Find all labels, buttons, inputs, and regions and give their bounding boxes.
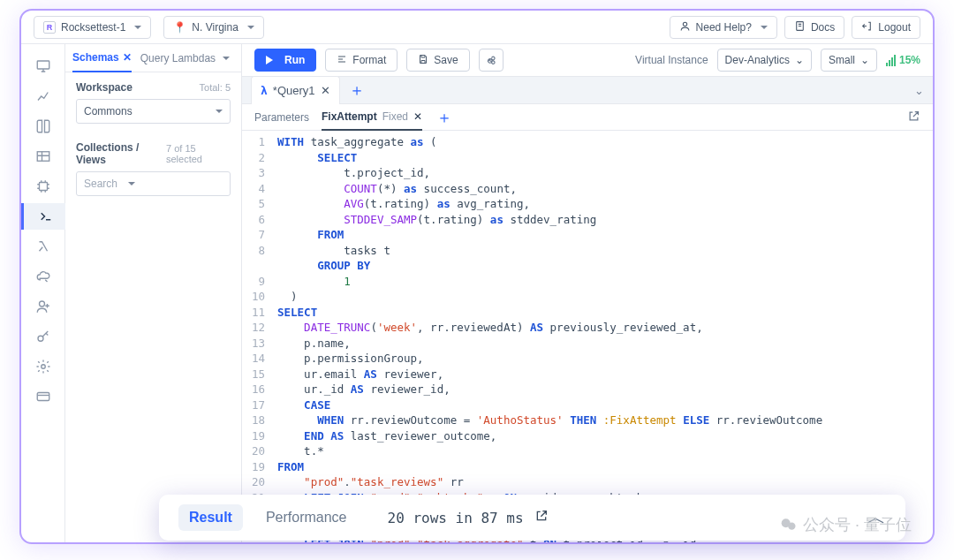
- svg-rect-2: [37, 61, 49, 69]
- vi-value: Dev-Analytics: [725, 54, 790, 66]
- close-icon[interactable]: ✕: [321, 84, 330, 97]
- close-icon[interactable]: ✕: [413, 110, 422, 123]
- org-selector[interactable]: R Rocksettest-1: [34, 16, 151, 39]
- docs-button[interactable]: Docs: [784, 16, 844, 39]
- external-link-icon[interactable]: [534, 509, 549, 526]
- signal-icon: [886, 55, 896, 66]
- svg-point-5: [39, 301, 44, 306]
- sidebar-tab-lambdas[interactable]: Query Lambdas: [140, 44, 230, 72]
- usage-value: 15%: [899, 54, 920, 66]
- line-gutter: 12345678 9101112131415161718192019202122…: [242, 131, 272, 542]
- rail-monitor-icon[interactable]: [30, 53, 57, 79]
- save-label: Save: [434, 54, 458, 66]
- svg-point-7: [41, 365, 45, 369]
- svg-point-6: [38, 336, 43, 341]
- format-button[interactable]: Format: [325, 49, 398, 72]
- rail-key-icon[interactable]: [30, 323, 57, 350]
- usage-indicator: 15%: [886, 54, 920, 66]
- collections-search[interactable]: Search: [76, 171, 231, 196]
- help-icon: [679, 20, 691, 34]
- chevron-down-icon: ⌄: [795, 54, 804, 66]
- lambda-icon: λ: [261, 84, 268, 97]
- vi-label: Virtual Instance: [635, 54, 708, 66]
- svg-rect-3: [37, 152, 49, 162]
- rail-cloud-icon[interactable]: [30, 263, 57, 290]
- save-icon: [418, 54, 428, 67]
- params-tab-parameters[interactable]: Parameters: [254, 104, 309, 131]
- size-value: Small: [829, 54, 855, 66]
- rail-book-icon[interactable]: [30, 113, 57, 140]
- docs-label: Docs: [811, 21, 835, 34]
- svg-rect-4: [39, 183, 47, 191]
- rail-terminal-icon[interactable]: [21, 203, 65, 230]
- help-button[interactable]: Need Help?: [670, 16, 777, 39]
- chevron-down-icon: ⌄: [860, 54, 869, 66]
- format-icon: [337, 54, 347, 67]
- external-link-icon[interactable]: [907, 110, 920, 125]
- size-select[interactable]: Small ⌄: [821, 49, 877, 72]
- save-button[interactable]: Save: [406, 49, 469, 72]
- nav-rail: [21, 44, 65, 542]
- share-button[interactable]: [479, 49, 504, 72]
- region-name: N. Virgina: [192, 21, 238, 34]
- sidebar-tab-schemas[interactable]: Schemas ✕: [72, 44, 132, 72]
- workspace-label: Workspace: [76, 81, 132, 94]
- rail-user-add-icon[interactable]: [30, 293, 57, 320]
- run-label: Run: [284, 54, 305, 66]
- app-frame: R Rocksettest-1 📍 N. Virgina Need Help? …: [19, 9, 935, 544]
- expand-up-icon[interactable]: ︿: [867, 504, 886, 531]
- query-tab-label: *Query1: [273, 84, 315, 97]
- schemas-tab-label: Schemas: [72, 51, 119, 64]
- region-pin-icon: 📍: [173, 21, 186, 34]
- workspace-value: Commons: [84, 105, 132, 117]
- add-query-tab[interactable]: ＋: [347, 80, 367, 100]
- collapse-tabs-icon[interactable]: ⌄: [914, 84, 924, 97]
- result-tab[interactable]: Result: [178, 504, 243, 531]
- region-selector[interactable]: 📍 N. Virgina: [163, 16, 263, 39]
- svg-rect-8: [37, 393, 49, 401]
- rail-chart-icon[interactable]: [30, 83, 57, 110]
- logout-label: Logout: [878, 21, 911, 34]
- collections-label: Collections / Views: [76, 141, 166, 166]
- svg-point-0: [683, 22, 686, 26]
- org-name: Rocksettest-1: [61, 21, 125, 34]
- format-label: Format: [352, 54, 386, 66]
- collections-count: 7 of 15 selected: [166, 143, 231, 164]
- editor-pane: Run Format Save Virtual Instance Dev-Ana…: [242, 44, 933, 542]
- workspace-count: Total: 5: [200, 82, 231, 93]
- topbar: R Rocksettest-1 📍 N. Virgina Need Help? …: [21, 11, 933, 44]
- close-icon[interactable]: ✕: [123, 51, 132, 64]
- rail-settings-icon[interactable]: [30, 353, 57, 380]
- result-info: 20 rows in 87 ms: [388, 510, 524, 526]
- rail-table-icon[interactable]: [30, 143, 57, 170]
- help-label: Need Help?: [696, 21, 752, 34]
- lambdas-tab-label: Query Lambdas: [140, 52, 216, 64]
- sql-editor[interactable]: WITH task_aggregate as ( SELECT t.projec…: [272, 131, 933, 542]
- performance-tab[interactable]: Performance: [266, 510, 347, 526]
- result-bar: Result Performance 20 rows in 87 ms ︿: [159, 495, 905, 541]
- docs-icon: [794, 20, 806, 34]
- schema-sidebar: Schemas ✕ Query Lambdas Workspace Total:…: [65, 44, 242, 542]
- share-icon: [485, 54, 497, 66]
- run-button[interactable]: Run: [254, 49, 316, 72]
- vi-select[interactable]: Dev-Analytics ⌄: [717, 49, 812, 72]
- rail-lambda-icon[interactable]: [30, 233, 57, 260]
- add-parameter[interactable]: ＋: [435, 108, 454, 127]
- org-logo-icon: R: [43, 21, 56, 34]
- logout-icon: [861, 20, 873, 34]
- params-tab-fixattempt[interactable]: FixAttempt Fixed ✕: [322, 104, 422, 131]
- search-placeholder: Search: [84, 178, 117, 190]
- rail-billing-icon[interactable]: [30, 383, 57, 410]
- query-tab[interactable]: λ *Query1 ✕: [251, 76, 340, 104]
- workspace-select[interactable]: Commons: [76, 99, 231, 124]
- logout-button[interactable]: Logout: [852, 16, 920, 39]
- rail-cpu-icon[interactable]: [30, 173, 57, 200]
